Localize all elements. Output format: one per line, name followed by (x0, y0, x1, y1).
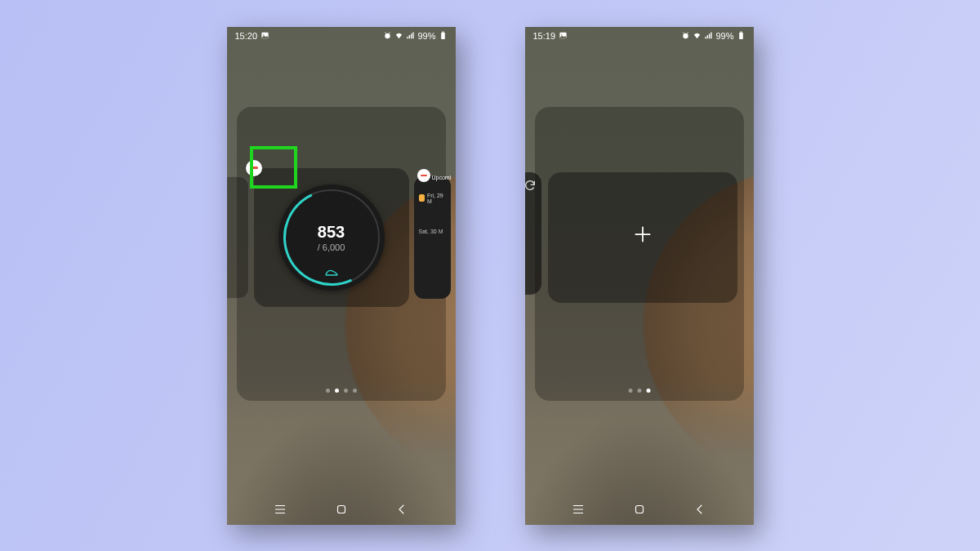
svg-rect-10 (740, 31, 742, 32)
navigation-bar (227, 500, 456, 518)
back-button[interactable] (394, 502, 409, 517)
svg-point-8 (684, 33, 688, 38)
steps-widget[interactable]: 853 / 6,000 (278, 184, 385, 291)
status-time: 15:20 (235, 31, 258, 41)
add-page-panel[interactable] (548, 172, 737, 303)
svg-rect-9 (739, 33, 743, 39)
svg-rect-4 (442, 31, 443, 32)
alarm-icon (383, 31, 392, 40)
peek-title: Upcomi (432, 175, 452, 180)
status-battery-text: 99% (715, 31, 733, 41)
peek-day1: Fri, 29 M (427, 193, 446, 204)
widget-slot-prev[interactable] (227, 176, 249, 299)
status-time: 15:19 (533, 31, 556, 41)
battery-icon (439, 31, 448, 40)
home-button[interactable] (632, 502, 647, 517)
page-indicator (628, 389, 650, 393)
plus-icon (631, 223, 654, 251)
signal-icon (406, 31, 415, 40)
svg-rect-5 (337, 505, 345, 513)
page-indicator (326, 389, 357, 393)
tutorial-highlight (250, 146, 297, 189)
widget-steps-panel[interactable]: 853 / 6,000 (254, 168, 409, 307)
battery-icon (737, 31, 746, 40)
progress-ring-fill (270, 176, 393, 299)
svg-point-2 (385, 33, 390, 38)
widget-calendar-peek[interactable]: Upcomi Fri, 29 M Sat, 30 M (414, 176, 451, 299)
picture-icon (261, 31, 270, 40)
widget-carousel[interactable] (525, 172, 737, 311)
widget-slot-prev[interactable] (525, 172, 541, 295)
phone-right: 15:19 99% (525, 27, 754, 525)
peek-day2: Sat, 30 M (419, 229, 446, 234)
svg-rect-11 (635, 505, 643, 513)
picture-icon (559, 31, 568, 40)
wifi-icon (394, 31, 403, 40)
back-button[interactable] (693, 502, 707, 517)
wifi-icon (693, 31, 702, 40)
phone-left: 15:20 99% 853 / 6,000 (227, 27, 456, 525)
refresh-icon (525, 179, 537, 192)
home-edit-viewport[interactable] (535, 107, 744, 401)
status-bar: 15:20 99% (227, 27, 456, 45)
home-button[interactable] (334, 502, 349, 517)
status-battery-text: 99% (417, 31, 435, 41)
svg-point-7 (561, 34, 562, 35)
recents-button[interactable] (273, 502, 287, 517)
status-bar: 15:19 99% (525, 27, 754, 45)
navigation-bar (525, 500, 754, 518)
svg-point-1 (263, 34, 264, 35)
recents-button[interactable] (571, 502, 586, 517)
calendar-dot-icon (419, 194, 425, 202)
signal-icon (704, 31, 713, 40)
shoe-icon (325, 267, 338, 279)
remove-widget-button-peek[interactable] (417, 169, 430, 182)
alarm-icon (681, 31, 690, 40)
svg-rect-3 (441, 33, 445, 39)
